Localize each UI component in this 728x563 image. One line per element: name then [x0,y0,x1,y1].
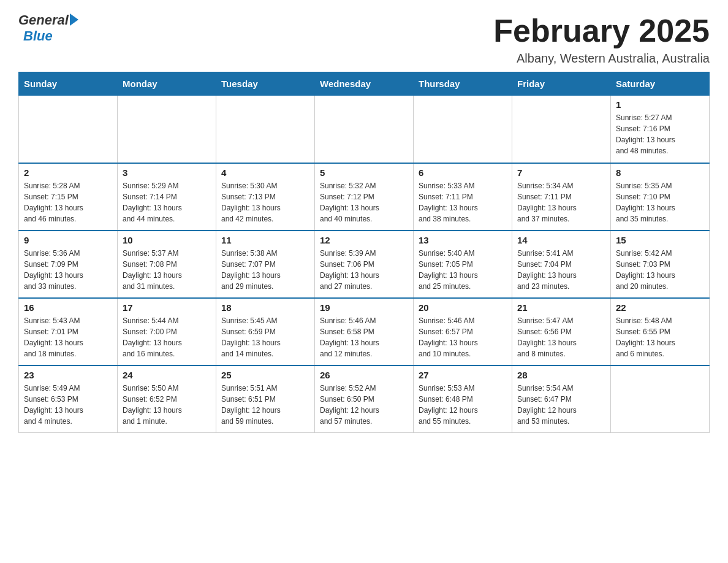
calendar-cell [19,96,118,163]
day-number: 26 [320,370,408,380]
day-info: Sunrise: 5:40 AM Sunset: 7:05 PM Dayligh… [419,248,507,292]
day-number: 7 [517,167,605,178]
day-info: Sunrise: 5:28 AM Sunset: 7:15 PM Dayligh… [24,180,112,224]
calendar-cell: 4Sunrise: 5:30 AM Sunset: 7:13 PM Daylig… [216,163,315,231]
calendar-cell: 14Sunrise: 5:41 AM Sunset: 7:04 PM Dayli… [512,231,611,298]
weekday-header-wednesday: Wednesday [315,72,414,96]
logo-blue-text: Blue [23,28,53,44]
logo-arrow-icon [70,13,78,26]
day-info: Sunrise: 5:35 AM Sunset: 7:10 PM Dayligh… [616,180,704,224]
calendar-cell [118,96,216,163]
day-number: 2 [24,167,112,178]
calendar-cell: 6Sunrise: 5:33 AM Sunset: 7:11 PM Daylig… [414,163,512,231]
day-number: 19 [320,302,408,313]
calendar-cell: 8Sunrise: 5:35 AM Sunset: 7:10 PM Daylig… [611,163,710,231]
day-info: Sunrise: 5:34 AM Sunset: 7:11 PM Dayligh… [517,180,605,224]
calendar-cell: 2Sunrise: 5:28 AM Sunset: 7:15 PM Daylig… [19,163,118,231]
day-info: Sunrise: 5:46 AM Sunset: 6:58 PM Dayligh… [320,315,408,359]
day-number: 23 [24,370,112,380]
weekday-header-saturday: Saturday [611,72,710,96]
calendar-cell [512,96,611,163]
day-number: 17 [123,302,211,313]
day-info: Sunrise: 5:29 AM Sunset: 7:14 PM Dayligh… [123,180,211,224]
day-number: 5 [320,167,408,178]
calendar-cell [216,96,315,163]
calendar-cell: 26Sunrise: 5:52 AM Sunset: 6:50 PM Dayli… [315,366,414,433]
day-number: 1 [616,99,704,110]
calendar-week-row: 23Sunrise: 5:49 AM Sunset: 6:53 PM Dayli… [19,366,710,433]
day-info: Sunrise: 5:36 AM Sunset: 7:09 PM Dayligh… [24,248,112,292]
calendar-cell: 18Sunrise: 5:45 AM Sunset: 6:59 PM Dayli… [216,298,315,366]
calendar-cell: 10Sunrise: 5:37 AM Sunset: 7:08 PM Dayli… [118,231,216,298]
day-info: Sunrise: 5:41 AM Sunset: 7:04 PM Dayligh… [517,248,605,292]
calendar-cell: 17Sunrise: 5:44 AM Sunset: 7:00 PM Dayli… [118,298,216,366]
weekday-header-monday: Monday [118,72,216,96]
calendar-cell: 9Sunrise: 5:36 AM Sunset: 7:09 PM Daylig… [19,231,118,298]
day-info: Sunrise: 5:39 AM Sunset: 7:06 PM Dayligh… [320,248,408,292]
calendar-cell: 12Sunrise: 5:39 AM Sunset: 7:06 PM Dayli… [315,231,414,298]
calendar-week-row: 2Sunrise: 5:28 AM Sunset: 7:15 PM Daylig… [19,163,710,231]
day-info: Sunrise: 5:45 AM Sunset: 6:59 PM Dayligh… [221,315,309,359]
calendar-cell [611,366,710,433]
calendar-cell: 19Sunrise: 5:46 AM Sunset: 6:58 PM Dayli… [315,298,414,366]
calendar-cell [414,96,512,163]
calendar-cell: 24Sunrise: 5:50 AM Sunset: 6:52 PM Dayli… [118,366,216,433]
day-info: Sunrise: 5:44 AM Sunset: 7:00 PM Dayligh… [123,315,211,359]
location-subtitle: Albany, Western Australia, Australia [493,52,710,66]
calendar-header-row: SundayMondayTuesdayWednesdayThursdayFrid… [19,72,710,96]
day-info: Sunrise: 5:42 AM Sunset: 7:03 PM Dayligh… [616,248,704,292]
calendar-cell: 1Sunrise: 5:27 AM Sunset: 7:16 PM Daylig… [611,96,710,163]
day-number: 12 [320,235,408,245]
day-number: 15 [616,235,704,245]
day-info: Sunrise: 5:33 AM Sunset: 7:11 PM Dayligh… [419,180,507,224]
day-number: 21 [517,302,605,313]
day-number: 25 [221,370,309,380]
calendar-cell [315,96,414,163]
page-header: General Blue February 2025 Albany, Weste… [18,12,710,66]
day-number: 11 [221,235,309,245]
calendar-cell: 27Sunrise: 5:53 AM Sunset: 6:48 PM Dayli… [414,366,512,433]
calendar-cell: 7Sunrise: 5:34 AM Sunset: 7:11 PM Daylig… [512,163,611,231]
day-info: Sunrise: 5:37 AM Sunset: 7:08 PM Dayligh… [123,248,211,292]
weekday-header-thursday: Thursday [414,72,512,96]
day-number: 16 [24,302,112,313]
day-number: 22 [616,302,704,313]
day-number: 24 [123,370,211,380]
day-number: 20 [419,302,507,313]
day-info: Sunrise: 5:48 AM Sunset: 6:55 PM Dayligh… [616,315,704,359]
day-number: 28 [517,370,605,380]
day-info: Sunrise: 5:32 AM Sunset: 7:12 PM Dayligh… [320,180,408,224]
day-number: 3 [123,167,211,178]
day-number: 18 [221,302,309,313]
day-info: Sunrise: 5:49 AM Sunset: 6:53 PM Dayligh… [24,383,112,427]
day-number: 14 [517,235,605,245]
logo: General Blue [18,12,78,44]
day-info: Sunrise: 5:53 AM Sunset: 6:48 PM Dayligh… [419,383,507,427]
calendar-cell: 15Sunrise: 5:42 AM Sunset: 7:03 PM Dayli… [611,231,710,298]
calendar-cell: 28Sunrise: 5:54 AM Sunset: 6:47 PM Dayli… [512,366,611,433]
calendar-cell: 20Sunrise: 5:46 AM Sunset: 6:57 PM Dayli… [414,298,512,366]
logo-general-text: General [18,12,69,28]
calendar-cell: 11Sunrise: 5:38 AM Sunset: 7:07 PM Dayli… [216,231,315,298]
calendar-week-row: 16Sunrise: 5:43 AM Sunset: 7:01 PM Dayli… [19,298,710,366]
calendar-cell: 3Sunrise: 5:29 AM Sunset: 7:14 PM Daylig… [118,163,216,231]
day-number: 27 [419,370,507,380]
month-title: February 2025 [493,12,710,49]
title-section: February 2025 Albany, Western Australia,… [493,12,710,66]
day-info: Sunrise: 5:47 AM Sunset: 6:56 PM Dayligh… [517,315,605,359]
calendar-cell: 13Sunrise: 5:40 AM Sunset: 7:05 PM Dayli… [414,231,512,298]
day-info: Sunrise: 5:27 AM Sunset: 7:16 PM Dayligh… [616,112,704,156]
day-number: 10 [123,235,211,245]
weekday-header-friday: Friday [512,72,611,96]
calendar-week-row: 9Sunrise: 5:36 AM Sunset: 7:09 PM Daylig… [19,231,710,298]
calendar-cell: 22Sunrise: 5:48 AM Sunset: 6:55 PM Dayli… [611,298,710,366]
day-number: 4 [221,167,309,178]
calendar-table: SundayMondayTuesdayWednesdayThursdayFrid… [18,72,710,433]
day-info: Sunrise: 5:46 AM Sunset: 6:57 PM Dayligh… [419,315,507,359]
calendar-cell: 25Sunrise: 5:51 AM Sunset: 6:51 PM Dayli… [216,366,315,433]
day-info: Sunrise: 5:50 AM Sunset: 6:52 PM Dayligh… [123,383,211,427]
calendar-week-row: 1Sunrise: 5:27 AM Sunset: 7:16 PM Daylig… [19,96,710,163]
day-number: 8 [616,167,704,178]
calendar-cell: 23Sunrise: 5:49 AM Sunset: 6:53 PM Dayli… [19,366,118,433]
calendar-cell: 5Sunrise: 5:32 AM Sunset: 7:12 PM Daylig… [315,163,414,231]
